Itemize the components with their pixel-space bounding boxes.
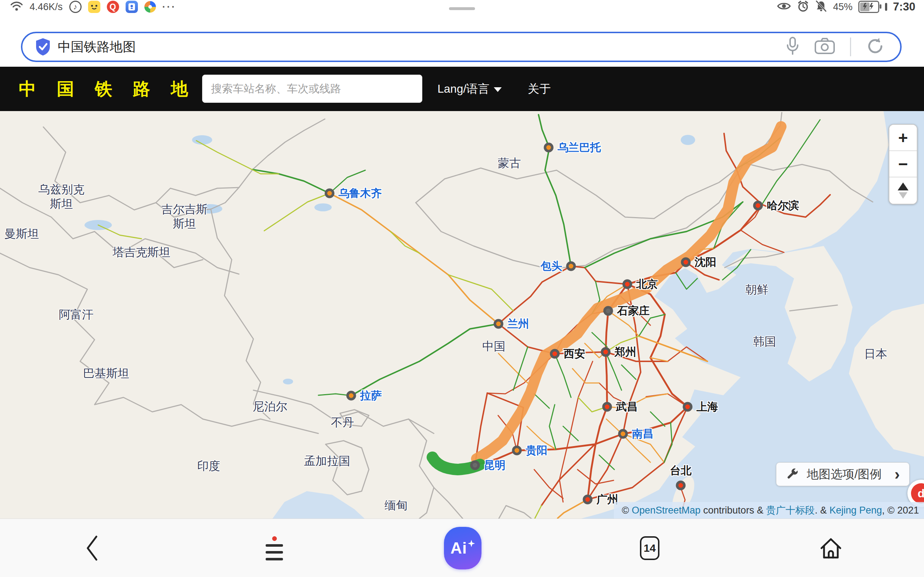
station-label[interactable]: 乌鲁木齐 — [339, 186, 382, 201]
map-options-legend-button[interactable]: 地图选项/图例 › — [776, 462, 909, 486]
device-screen: 4.46K/s ♪ Q ··· 45% — [0, 0, 924, 577]
address-bar[interactable]: 中国铁路地图 — [21, 32, 901, 62]
station-marker[interactable]: 哈尔滨 — [753, 201, 763, 211]
lake — [681, 135, 695, 145]
station-marker[interactable]: 包头 — [566, 261, 576, 271]
station-label[interactable]: 武昌 — [616, 400, 638, 414]
railway-line — [330, 193, 498, 324]
station-label[interactable]: 沈阳 — [695, 255, 716, 270]
map-zoom-control: + − — [888, 124, 918, 205]
station-marker[interactable]: 贵阳 — [512, 446, 522, 456]
station-label[interactable]: 昆明 — [484, 458, 506, 473]
clock-time: 7:30 — [893, 0, 915, 13]
zoom-in-button[interactable]: + — [889, 125, 917, 151]
wifi-icon — [10, 0, 23, 13]
station-dot-icon — [494, 319, 504, 329]
tilt-control-button[interactable] — [889, 177, 917, 204]
station-label[interactable]: 上海 — [696, 400, 718, 414]
eye-protection-icon — [777, 1, 791, 13]
site-shield-icon — [35, 37, 51, 56]
station-label[interactable]: 包头 — [541, 259, 562, 274]
country-label: 缅甸 — [384, 498, 407, 513]
railway-line — [264, 193, 330, 231]
home-button[interactable] — [818, 519, 844, 577]
guiguang-link[interactable]: 贵广十标段 — [766, 504, 815, 517]
about-link[interactable]: 关于 — [528, 67, 551, 111]
station-marker[interactable]: 西安 — [550, 349, 560, 359]
station-marker[interactable]: 郑州 — [601, 347, 611, 357]
wrench-icon — [786, 468, 799, 481]
station-label[interactable]: 北京 — [636, 277, 658, 292]
station-dot-icon — [601, 347, 611, 357]
station-label[interactable]: 台北 — [670, 463, 691, 478]
station-marker[interactable]: 南昌 — [618, 429, 628, 439]
station-marker[interactable]: 北京 — [623, 279, 632, 289]
country-label: 孟加拉国 — [304, 454, 350, 468]
about-label: 关于 — [528, 81, 551, 97]
tab-counter-button[interactable]: 14 — [640, 519, 659, 577]
station-marker[interactable]: 台北 — [676, 481, 686, 490]
station-dot-icon — [583, 495, 593, 504]
kejingpeng-link[interactable]: Kejing Peng — [829, 505, 882, 516]
language-dropdown[interactable]: Lang/语言 — [438, 67, 502, 111]
zoom-out-button[interactable]: − — [889, 151, 917, 177]
railway-line — [351, 324, 498, 396]
osm-link[interactable]: OpenStreetMap — [632, 505, 701, 516]
railway-map[interactable]: 蒙古朝鲜韩国日本中国乌兹别克斯坦吉尔吉斯斯坦塔吉克斯坦曼斯坦阿富汗巴基斯坦印度尼… — [0, 111, 924, 519]
country-label: 朝鲜 — [745, 282, 769, 297]
station-marker[interactable]: 石家庄 — [604, 306, 613, 316]
station-label[interactable]: 哈尔滨 — [767, 198, 800, 213]
camera-icon[interactable] — [815, 38, 835, 56]
station-dot-icon — [544, 143, 554, 153]
station-dot-icon — [512, 446, 522, 456]
station-label[interactable]: 拉萨 — [360, 388, 382, 403]
railway-line — [762, 120, 820, 205]
country-label: 印度 — [197, 459, 220, 473]
railway-line — [572, 369, 599, 383]
station-dot-icon — [683, 402, 693, 412]
blue-docs-app-icon — [126, 1, 138, 13]
map-attribution: © OpenStreetMap contributors & 贵广十标段. & … — [614, 502, 924, 519]
station-dot-icon — [347, 391, 356, 401]
back-button[interactable] — [85, 519, 99, 577]
station-marker[interactable]: 拉萨 — [347, 391, 356, 401]
notifications-off-icon — [815, 0, 827, 13]
alarm-icon — [797, 0, 809, 13]
menu-button[interactable] — [266, 519, 283, 577]
station-label[interactable]: 兰州 — [507, 317, 529, 331]
station-marker[interactable]: 兰州 — [494, 319, 504, 329]
station-marker[interactable]: 武昌 — [603, 402, 612, 412]
station-label[interactable]: 贵阳 — [526, 443, 548, 458]
station-marker[interactable]: 乌兰巴托 — [544, 143, 554, 153]
country-label: 日本 — [864, 347, 887, 361]
notification-dot — [272, 536, 277, 541]
lake — [314, 203, 332, 211]
railway-line — [448, 275, 513, 311]
legend-button-label: 地图选项/图例 — [807, 466, 881, 482]
station-dot-icon — [681, 258, 691, 267]
station-dot-icon — [618, 429, 628, 439]
refresh-icon[interactable] — [866, 37, 884, 56]
bay-of-bengal — [273, 491, 365, 519]
border-line — [434, 488, 463, 519]
station-label[interactable]: 南昌 — [632, 427, 654, 442]
station-label[interactable]: 石家庄 — [617, 304, 650, 318]
station-label[interactable]: 郑州 — [615, 345, 636, 359]
station-marker[interactable]: 广州 — [583, 495, 593, 504]
station-label[interactable]: 西安 — [564, 347, 585, 361]
more-dots-icon: ··· — [162, 2, 176, 13]
station-marker[interactable]: 沈阳 — [681, 258, 691, 267]
station-marker[interactable]: 上海 — [683, 402, 693, 412]
border-line — [211, 209, 270, 419]
ai-assistant-button[interactable]: Ai — [444, 519, 481, 577]
border-line — [156, 187, 239, 203]
station-marker[interactable]: 乌鲁木齐 — [325, 189, 334, 198]
railway-line — [741, 230, 784, 253]
language-label: Lang/语言 — [438, 81, 489, 97]
railway-line — [563, 426, 578, 441]
station-marker[interactable]: 昆明 — [470, 461, 480, 470]
station-label[interactable]: 乌兰巴托 — [558, 140, 601, 155]
microphone-icon[interactable] — [786, 36, 800, 57]
station-search-input[interactable] — [202, 75, 422, 103]
tab-count: 14 — [640, 536, 659, 560]
